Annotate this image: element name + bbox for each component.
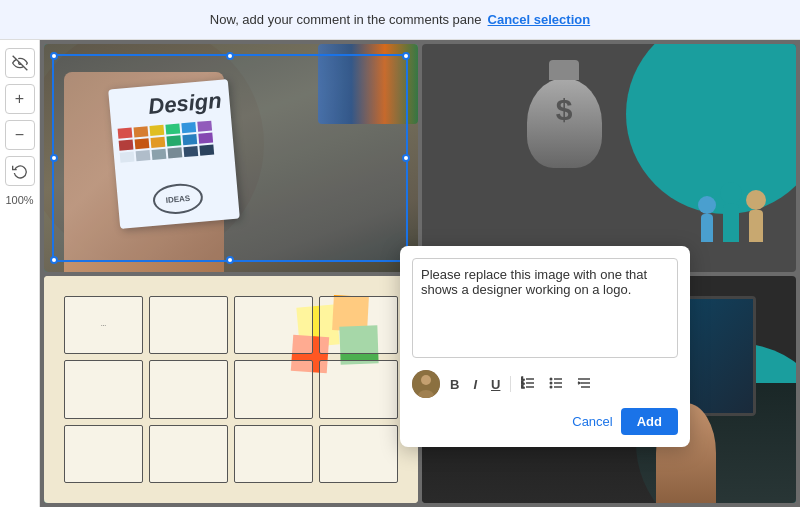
svg-point-15	[550, 385, 553, 388]
bag-body: $	[527, 78, 602, 168]
canvas-area: Design	[40, 40, 800, 507]
svg-point-14	[550, 381, 553, 384]
notification-bar: Now, add your comment in the comments pa…	[0, 0, 800, 40]
cancel-selection-link[interactable]: Cancel selection	[488, 12, 591, 27]
grid-cell-design[interactable]: Design	[44, 44, 418, 272]
svg-text:3.: 3.	[521, 384, 524, 389]
zoom-level: 100%	[5, 194, 33, 206]
underline-button[interactable]: U	[487, 375, 504, 394]
ordered-list-button[interactable]: 1. 2. 3.	[517, 374, 539, 395]
add-button[interactable]: Add	[621, 408, 678, 435]
figure-blue	[698, 196, 716, 242]
notification-text: Now, add your comment in the comments pa…	[210, 12, 482, 27]
wireframe-grid: ⋯	[64, 296, 398, 484]
handle-bl[interactable]	[50, 256, 58, 264]
handle-ml[interactable]	[50, 154, 58, 162]
format-separator	[510, 376, 511, 392]
comment-popup: Please replace this image with one that …	[400, 246, 690, 447]
bag-top	[549, 60, 579, 80]
grid-cell-sketch: ⋯	[44, 276, 418, 504]
unordered-list-button[interactable]	[545, 374, 567, 395]
handle-tr[interactable]	[402, 52, 410, 60]
figure-teal	[720, 182, 742, 242]
svg-point-2	[421, 375, 431, 385]
hide-button[interactable]	[5, 48, 35, 78]
comment-toolbar: B I U 1. 2. 3.	[412, 370, 678, 398]
wooden-figures	[698, 182, 766, 242]
zoom-in-button[interactable]: +	[5, 84, 35, 114]
handle-mr[interactable]	[402, 154, 410, 162]
bold-button[interactable]: B	[446, 375, 463, 394]
left-toolbar: + − 100%	[0, 40, 40, 507]
figure-wood	[746, 190, 766, 242]
italic-button[interactable]: I	[469, 375, 481, 394]
money-bag-group: $	[527, 78, 602, 168]
handle-bm[interactable]	[226, 256, 234, 264]
dollar-sign: $	[556, 93, 573, 127]
handle-tl[interactable]	[50, 52, 58, 60]
svg-point-13	[550, 377, 553, 380]
comment-textarea[interactable]: Please replace this image with one that …	[412, 258, 678, 358]
cancel-button[interactable]: Cancel	[572, 414, 612, 429]
comment-actions: Cancel Add	[412, 408, 678, 435]
handle-tm[interactable]	[226, 52, 234, 60]
grid-cell-money: $	[422, 44, 796, 272]
rotate-button[interactable]	[5, 156, 35, 186]
user-avatar	[412, 370, 440, 398]
indent-button[interactable]	[573, 374, 595, 395]
selection-rect	[52, 54, 408, 262]
zoom-out-button[interactable]: −	[5, 120, 35, 150]
